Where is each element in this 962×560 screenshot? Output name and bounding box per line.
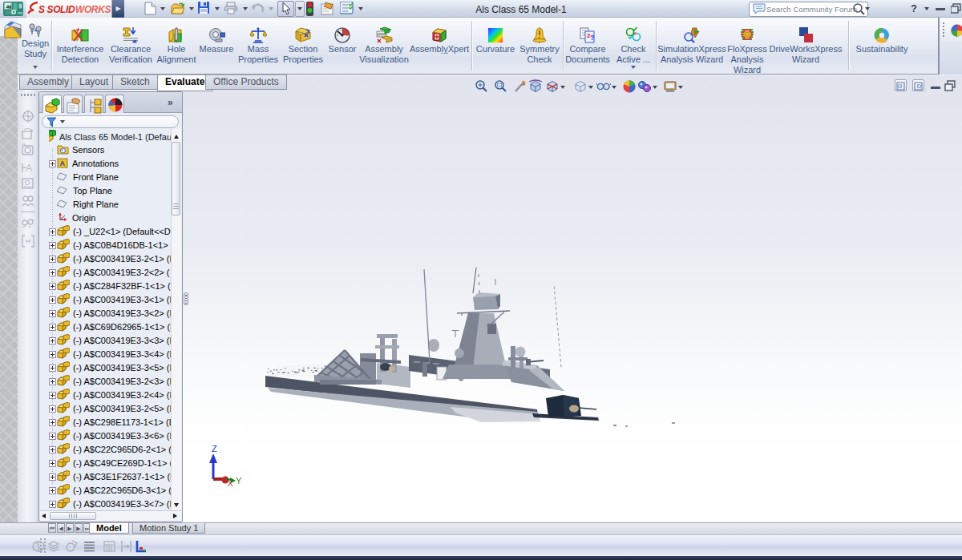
svg-text:?: ? — [590, 34, 595, 42]
svg-text:S SOLID: S SOLID — [38, 4, 75, 15]
svg-text:A: A — [60, 159, 66, 167]
svg-text:WORKS: WORKS — [75, 4, 111, 15]
svg-text:Y: Y — [236, 476, 242, 485]
svg-text:A: A — [26, 163, 32, 174]
svg-text:Z: Z — [212, 444, 217, 453]
svg-text:x: x — [633, 30, 637, 36]
